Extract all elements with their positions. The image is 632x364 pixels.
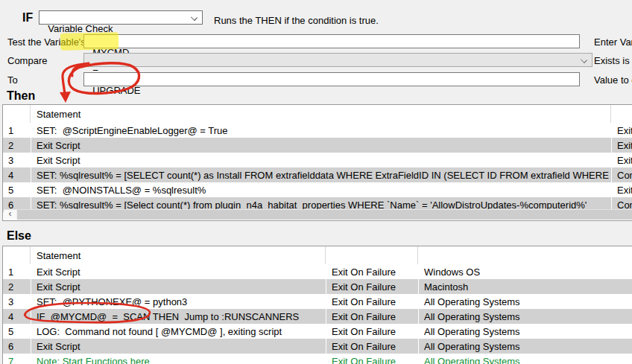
row-on-failure: Exit On Failure — [612, 123, 632, 138]
table-row[interactable]: 4 IF @MYCMD@ = SCAN THEN Jump to :RUNSCA… — [3, 309, 632, 324]
table-row[interactable]: 6 Exit Script Exit On Failure All Operat… — [3, 339, 632, 354]
row-statement: Exit Script — [31, 264, 326, 279]
table-row[interactable]: 2 Exit Script Exit On Failure — [3, 138, 632, 153]
row-statement: SET: @NOINSTALLS@ = %sqlresult% — [31, 182, 611, 197]
row-statement: Exit Script — [31, 138, 611, 153]
row-on-failure: Exit On Failure — [612, 153, 632, 167]
then-table-header: Statement — [3, 105, 632, 123]
row-os: All Operating Systems — [419, 309, 632, 324]
scroll-left-arrow-icon[interactable]: ‹ — [4, 210, 16, 220]
red-arrow-annotation — [63, 64, 83, 94]
row-number: 3 — [3, 294, 31, 309]
row-statement: Exit Script — [31, 153, 611, 167]
to-label: To — [7, 74, 18, 86]
row-number: 7 — [3, 354, 31, 364]
table-row[interactable]: 2 Exit Script Exit On Failure Macintosh — [3, 279, 632, 294]
row-number: 3 — [3, 153, 31, 167]
compare-hint: Exists is tru — [594, 55, 632, 66]
then-header-statement[interactable]: Statement — [31, 105, 611, 123]
to-value: UPGRADE — [92, 85, 140, 96]
then-heading: Then — [7, 89, 35, 103]
row-os: All Operating Systems — [419, 324, 632, 339]
condition-type-hint: Runs the THEN if the condition is true. — [214, 15, 379, 26]
row-statement: LOG: Command not found [ @MYCMD@ ], exit… — [31, 324, 326, 339]
row-on-failure: Exit On Failure — [612, 182, 632, 197]
row-on-failure: Exit On Failure — [326, 264, 418, 279]
row-statement: SET: @ScriptEngineEnableLogger@ = True — [31, 123, 611, 138]
table-row[interactable]: 5 LOG: Command not found [ @MYCMD@ ], ex… — [3, 324, 632, 339]
table-row[interactable]: 5 SET: @NOINSTALLS@ = %sqlresult% Exit O… — [3, 182, 632, 197]
table-row[interactable]: 7 Note: Start Functions here Exit On Fai… — [3, 354, 632, 364]
chevron-down-icon — [581, 57, 587, 63]
table-row[interactable]: 3 SET: @PYTHONEXE@ = python3 Exit On Fai… — [3, 294, 632, 309]
else-table-header: Statement — [3, 246, 632, 264]
to-hint: Value to co — [594, 74, 632, 86]
row-on-failure: Exit On Failure — [326, 279, 418, 294]
variable-hint: Enter Varia — [594, 36, 632, 48]
row-os: Windows OS — [419, 264, 632, 279]
else-statement-table: Statement 1 Exit Script Exit On Failure … — [2, 246, 632, 364]
then-header-num — [3, 105, 31, 123]
row-os: Macintosh — [419, 279, 632, 294]
row-number: 4 — [3, 309, 31, 324]
variable-input[interactable]: MYCMD — [83, 34, 580, 48]
row-statement: IF @MYCMD@ = SCAN THEN Jump to :RUNSCANN… — [31, 309, 326, 324]
row-statement: Exit Script — [31, 339, 326, 354]
horizontal-scrollbar[interactable]: ‹ — [4, 209, 632, 220]
table-row[interactable]: 3 Exit Script Exit On Failure — [3, 153, 632, 167]
row-number: 1 — [3, 264, 31, 279]
row-on-failure: Exit On Failure — [612, 138, 632, 153]
else-header-os[interactable] — [419, 246, 632, 264]
variable-label: Test the Variable's — [7, 36, 86, 48]
row-number: 5 — [3, 182, 31, 197]
row-on-failure: Exit On Failure — [326, 309, 418, 324]
row-os: All Operating Systems — [419, 354, 632, 364]
row-number: 1 — [3, 123, 31, 138]
row-statement: Note: Start Functions here — [31, 354, 326, 364]
then-header-onfailure[interactable] — [612, 105, 632, 123]
condition-type-value: Variable Check — [48, 23, 113, 34]
row-number: 4 — [3, 167, 31, 182]
row-statement: SET: %sqlresult% = [SELECT count(*) as I… — [31, 167, 611, 182]
row-number: 2 — [3, 279, 31, 294]
scrollbar-thumb[interactable] — [17, 210, 632, 220]
if-label: IF — [22, 11, 33, 25]
row-on-failure: Exit On Failure — [326, 354, 418, 364]
condition-type-dropdown[interactable]: Variable Check — [39, 10, 203, 25]
else-header-num — [3, 246, 31, 264]
row-on-failure: Exit On Failure — [326, 339, 418, 354]
table-row[interactable]: 1 SET: @ScriptEngineEnableLogger@ = True… — [3, 123, 632, 138]
row-number: 6 — [3, 339, 31, 354]
row-statement: SET: @PYTHONEXE@ = python3 — [31, 294, 326, 309]
else-heading: Else — [7, 229, 31, 243]
compare-dropdown[interactable]: = — [83, 53, 592, 67]
row-on-failure: Exit On Failure — [326, 324, 418, 339]
row-number: 5 — [3, 324, 31, 339]
row-os: All Operating Systems — [419, 339, 632, 354]
to-input[interactable]: UPGRADE — [83, 72, 580, 86]
else-header-statement[interactable]: Statement — [31, 246, 326, 264]
row-number: 2 — [3, 138, 31, 153]
row-on-failure: Exit On Failure — [326, 294, 418, 309]
row-os: All Operating Systems — [419, 294, 632, 309]
row-statement: Exit Script — [31, 279, 326, 294]
compare-label: Compare — [7, 55, 47, 66]
table-row[interactable]: 4 SET: %sqlresult% = [SELECT count(*) as… — [3, 167, 632, 182]
else-header-onfailure[interactable] — [326, 246, 418, 264]
then-statement-table: Statement 1 SET: @ScriptEngineEnableLogg… — [2, 104, 632, 221]
row-on-failure: Continue On Failure — [612, 167, 632, 182]
table-row[interactable]: 1 Exit Script Exit On Failure Windows OS — [3, 264, 632, 279]
chevron-down-icon — [191, 14, 197, 21]
